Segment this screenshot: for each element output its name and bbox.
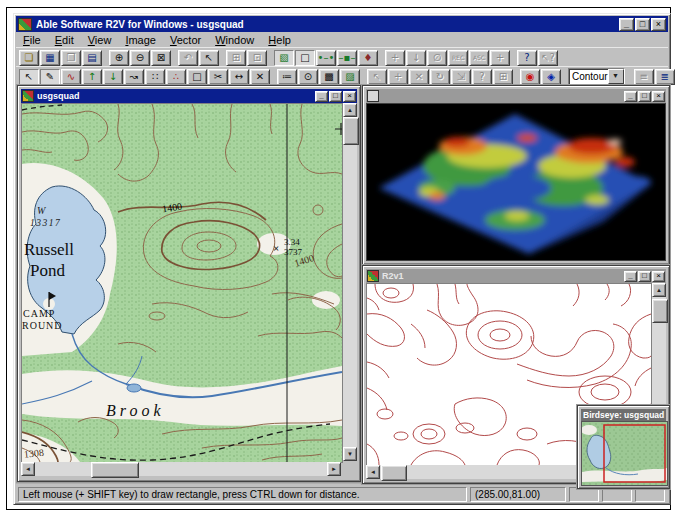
- center-button[interactable]: +: [490, 50, 510, 66]
- show-labels-button[interactable]: ♦: [358, 50, 378, 66]
- vector-hscroll-thumb[interactable]: [381, 465, 407, 481]
- zoom-window-button[interactable]: ⊠: [151, 50, 171, 66]
- vector-vscroll-thumb[interactable]: [652, 299, 668, 323]
- scroll-left-icon[interactable]: ◄: [366, 465, 380, 479]
- join-lines-button[interactable]: ↔: [229, 69, 249, 85]
- menu-vector[interactable]: Vector: [163, 34, 208, 46]
- zoom-out-button[interactable]: ⊖: [130, 50, 150, 66]
- maximize-button[interactable]: □: [635, 18, 650, 31]
- registration-icon: ⊡: [253, 53, 261, 63]
- menu-view[interactable]: View: [81, 34, 119, 46]
- terrain-3d-image: [367, 104, 665, 260]
- raise-node-button[interactable]: ↑: [82, 69, 102, 85]
- surface3d-minimize-button[interactable]: _: [624, 91, 637, 102]
- delete-node-button[interactable]: ✕: [409, 69, 429, 85]
- fit-view-button[interactable]: ⇲: [451, 69, 471, 85]
- topo-map-image: W 13317 Russell Pond CAMP ROUND 1400 140…: [22, 104, 342, 462]
- show-vertices-button[interactable]: •–•: [316, 50, 336, 66]
- control-points-button[interactable]: ⊞: [226, 50, 246, 66]
- edit-vertices-button[interactable]: –▪–: [337, 50, 357, 66]
- scroll-up-icon[interactable]: ▲: [652, 283, 666, 297]
- fill-pattern-icon: ▩: [324, 72, 333, 82]
- pointer-button[interactable]: ↖: [199, 50, 219, 66]
- scroll-right-icon[interactable]: ►: [327, 462, 341, 476]
- asc-button[interactable]: ASC: [469, 50, 489, 66]
- select-line-button[interactable]: ↖: [19, 69, 39, 85]
- pick-image-button[interactable]: ◈: [541, 69, 561, 85]
- surface3d-close-button[interactable]: ×: [652, 91, 665, 102]
- line-set-button[interactable]: ≡: [634, 69, 654, 85]
- scroll-up-icon[interactable]: ▲: [343, 103, 357, 117]
- map-hscrollbar[interactable]: ◄ ►: [21, 462, 341, 476]
- map-maximize-button[interactable]: □: [329, 91, 342, 102]
- chevron-down-icon[interactable]: ▼: [608, 69, 624, 84]
- move-point-button[interactable]: +: [385, 50, 405, 66]
- add-node-button[interactable]: +: [388, 69, 408, 85]
- close-file-button[interactable]: ❐: [61, 50, 81, 66]
- map-vscrollbar[interactable]: ▲ ▼: [343, 103, 357, 461]
- surface3d-maximize-button[interactable]: □: [638, 91, 651, 102]
- app-titlebar[interactable]: Able Software R2V for Windows - usgsquad…: [16, 16, 668, 32]
- vector-display-button[interactable]: □: [295, 50, 315, 66]
- move-node-button[interactable]: ↝: [124, 69, 144, 85]
- lower-node-button[interactable]: ↓: [103, 69, 123, 85]
- close-button[interactable]: ×: [651, 18, 666, 31]
- vector-close-button[interactable]: ×: [652, 271, 665, 282]
- delete-line-icon: ✕: [256, 72, 264, 82]
- open-button[interactable]: ❏: [19, 50, 39, 66]
- birdseye-viewport[interactable]: [581, 421, 668, 486]
- birdseye-titlebar[interactable]: Birdseye: usgsquad: [581, 409, 666, 421]
- minimize-button[interactable]: _: [619, 18, 634, 31]
- vector-maximize-button[interactable]: □: [638, 271, 651, 282]
- erase-button[interactable]: ∅: [427, 50, 447, 66]
- rec-button[interactable]: REC: [448, 50, 468, 66]
- registration-button[interactable]: ⊡: [247, 50, 267, 66]
- scroll-left-icon[interactable]: ◄: [21, 462, 35, 476]
- rectangle-button[interactable]: □: [187, 69, 207, 85]
- contour-view-button[interactable]: ≣: [655, 69, 675, 85]
- draw-line-button[interactable]: ✎: [40, 69, 60, 85]
- contour-label-1308: 1308: [23, 447, 44, 460]
- map-window-titlebar[interactable]: usgsquad _ □ ×: [21, 89, 357, 103]
- surface3d-titlebar[interactable]: _ □ ×: [366, 89, 666, 103]
- map-close-button[interactable]: ×: [343, 91, 356, 102]
- menu-file[interactable]: File: [16, 34, 48, 46]
- menu-edit[interactable]: Edit: [48, 34, 81, 46]
- fill-pattern-button[interactable]: ▩: [319, 69, 339, 85]
- snap-node-button[interactable]: ∷: [145, 69, 165, 85]
- menu-image[interactable]: Image: [118, 34, 163, 46]
- image-display-button[interactable]: ▧: [274, 50, 294, 66]
- delete-line-button[interactable]: ✕: [250, 69, 270, 85]
- pointer-icon: ↖: [205, 53, 213, 63]
- redraw-button[interactable]: ↻: [430, 69, 450, 85]
- split-line-button[interactable]: ∿: [61, 69, 81, 85]
- scroll-down-icon[interactable]: ▼: [343, 447, 357, 461]
- smooth-line-button[interactable]: ∴: [166, 69, 186, 85]
- menu-help[interactable]: Help: [261, 34, 298, 46]
- map-viewport[interactable]: W 13317 Russell Pond CAMP ROUND 1400 140…: [21, 103, 343, 463]
- statusbar: Left mouse (+ SHIFT key) to draw rectang…: [16, 486, 668, 502]
- trace-button[interactable]: ↖: [367, 69, 387, 85]
- zoom-select-button[interactable]: ⊞: [493, 69, 513, 85]
- knife-button[interactable]: ✂: [208, 69, 228, 85]
- label-point-button[interactable]: ⊙: [298, 69, 318, 85]
- map-vscroll-thumb[interactable]: [343, 117, 359, 145]
- save-button[interactable]: ▦: [40, 50, 60, 66]
- surface3d-viewport[interactable]: [366, 103, 666, 261]
- map-hscroll-thumb[interactable]: [91, 462, 139, 478]
- map-minimize-button[interactable]: _: [315, 91, 328, 102]
- help-button[interactable]: ?: [517, 50, 537, 66]
- save-as-button[interactable]: ▤: [82, 50, 102, 66]
- context-help-button[interactable]: ↖?: [538, 50, 558, 66]
- zoom-in-button[interactable]: ⊕: [109, 50, 129, 66]
- layer-combobox[interactable]: Contour ▼: [568, 68, 625, 85]
- query-button[interactable]: ?: [472, 69, 492, 85]
- vector-minimize-button[interactable]: _: [624, 271, 637, 282]
- line-id-button[interactable]: ≔: [277, 69, 297, 85]
- undo-button[interactable]: ↶: [178, 50, 198, 66]
- menu-window[interactable]: Window: [208, 34, 261, 46]
- drop-point-button[interactable]: ↓: [406, 50, 426, 66]
- vector-window-titlebar[interactable]: R2v1 _ □ ×: [366, 269, 666, 283]
- pick-color-button[interactable]: ◉: [520, 69, 540, 85]
- image-mask-button[interactable]: ▨: [340, 69, 360, 85]
